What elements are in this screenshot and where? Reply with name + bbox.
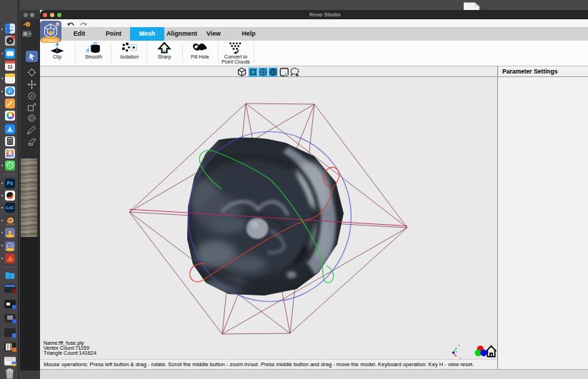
svg-text:Y: Y [458, 344, 460, 348]
svg-text:STUDIO: STUDIO [44, 39, 58, 43]
svg-text:z: z [456, 350, 457, 353]
